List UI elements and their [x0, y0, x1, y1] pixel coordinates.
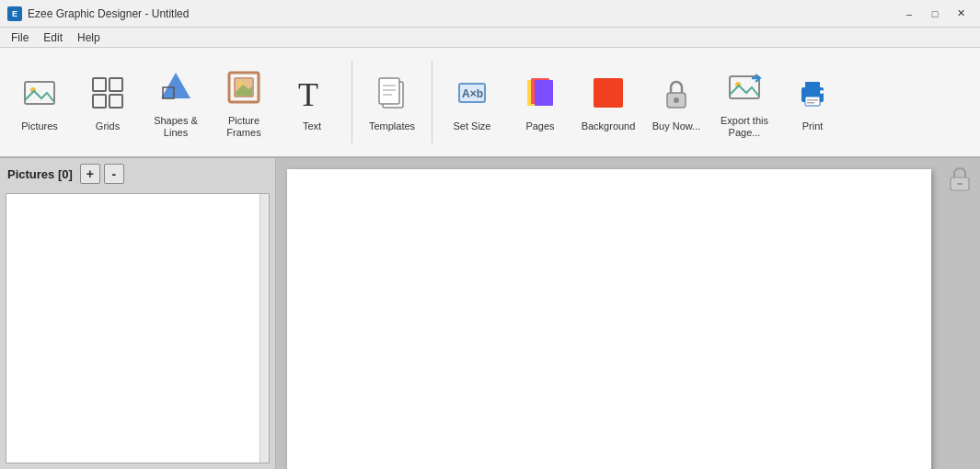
svg-rect-4 [93, 95, 106, 108]
panel-content [6, 193, 270, 463]
lock-icon[interactable] [947, 166, 973, 191]
svg-rect-3 [110, 78, 122, 91]
pictureframes-label: Picture Frames [216, 115, 271, 139]
pictures-label: Pictures [21, 120, 58, 132]
panel-title: Pictures [0] [7, 167, 73, 181]
svg-rect-24 [594, 78, 623, 108]
background-label: Background [582, 120, 636, 132]
templates-label: Templates [369, 120, 415, 132]
left-panel: Pictures [0] + - [0, 158, 276, 469]
svg-point-35 [820, 90, 824, 94]
shapes-icon [154, 65, 198, 109]
svg-rect-33 [807, 99, 818, 101]
title-bar-left: E Ezee Graphic Designer - Untitled [7, 6, 189, 21]
templates-icon [370, 71, 414, 115]
shapes-label: Shapes & Lines [148, 115, 203, 139]
close-button[interactable]: ✕ [949, 4, 973, 24]
svg-rect-37 [957, 183, 963, 185]
toolbar-background[interactable]: Background [576, 52, 640, 152]
svg-rect-34 [807, 102, 814, 104]
toolbar-pictures[interactable]: Pictures [7, 52, 72, 152]
panel-remove-button[interactable]: - [104, 164, 124, 184]
panel-add-button[interactable]: + [80, 164, 100, 184]
toolbar-grids[interactable]: Grids [75, 52, 140, 152]
svg-rect-15 [379, 78, 399, 104]
background-icon [586, 71, 630, 115]
canvas-page [287, 169, 931, 469]
grids-icon [86, 71, 130, 115]
print-label: Print [802, 120, 824, 132]
svg-rect-32 [805, 97, 820, 106]
print-icon [790, 71, 835, 115]
pictureframes-icon [222, 65, 266, 109]
buynow-icon [654, 71, 698, 115]
svg-rect-31 [805, 82, 820, 91]
svg-rect-0 [25, 82, 54, 104]
toolbar-text[interactable]: T Text [280, 52, 344, 152]
title-bar: E Ezee Graphic Designer - Untitled – □ ✕ [0, 0, 980, 28]
svg-rect-5 [110, 95, 122, 108]
pages-icon [518, 71, 562, 115]
toolbar-buynow[interactable]: Buy Now... [644, 52, 709, 152]
svg-text:T: T [298, 76, 318, 111]
grids-label: Grids [96, 120, 120, 132]
app-title: Ezee Graphic Designer - Untitled [28, 7, 189, 20]
toolbar-export[interactable]: Export this Page... [712, 52, 777, 152]
export-icon [722, 65, 767, 109]
svg-rect-27 [730, 76, 759, 98]
svg-point-12 [238, 81, 243, 86]
panel-scrollbar[interactable] [259, 194, 269, 463]
menu-help[interactable]: Help [70, 29, 108, 46]
svg-rect-2 [93, 78, 106, 91]
separator-1 [352, 61, 352, 143]
separator-2 [432, 61, 432, 143]
toolbar-pages[interactable]: Pages [508, 52, 572, 152]
panel-header: Pictures [0] + - [0, 158, 275, 189]
setsize-label: Set Size [454, 120, 491, 132]
svg-rect-23 [535, 80, 553, 106]
toolbar-setsize[interactable]: A×b Set Size [440, 52, 504, 152]
buynow-label: Buy Now... [652, 120, 701, 132]
canvas-area [276, 158, 980, 469]
app-icon: E [7, 6, 22, 21]
menu-file[interactable]: File [4, 29, 36, 46]
setsize-icon: A×b [450, 71, 494, 115]
toolbar-shapes[interactable]: Shapes & Lines [144, 52, 208, 152]
menu-bar: File Edit Help [0, 28, 980, 48]
toolbar: Pictures Grids Shapes & Lines [0, 48, 980, 158]
menu-edit[interactable]: Edit [36, 29, 70, 46]
toolbar-pictureframes[interactable]: Picture Frames [212, 52, 276, 152]
text-label: Text [303, 120, 321, 132]
svg-text:A×b: A×b [462, 87, 483, 100]
export-label: Export this Page... [717, 115, 772, 139]
window-controls: – □ ✕ [897, 4, 973, 24]
svg-point-26 [674, 97, 679, 103]
text-icon: T [290, 71, 334, 115]
svg-marker-6 [161, 73, 190, 98]
maximize-button[interactable]: □ [923, 4, 947, 24]
pages-label: Pages [525, 120, 554, 132]
lock-icon-area [947, 166, 973, 191]
minimize-button[interactable]: – [897, 4, 921, 24]
main-area: Pictures [0] + - [0, 158, 980, 469]
toolbar-templates[interactable]: Templates [360, 52, 424, 152]
pictures-icon [17, 71, 62, 115]
toolbar-print[interactable]: Print [780, 52, 845, 152]
